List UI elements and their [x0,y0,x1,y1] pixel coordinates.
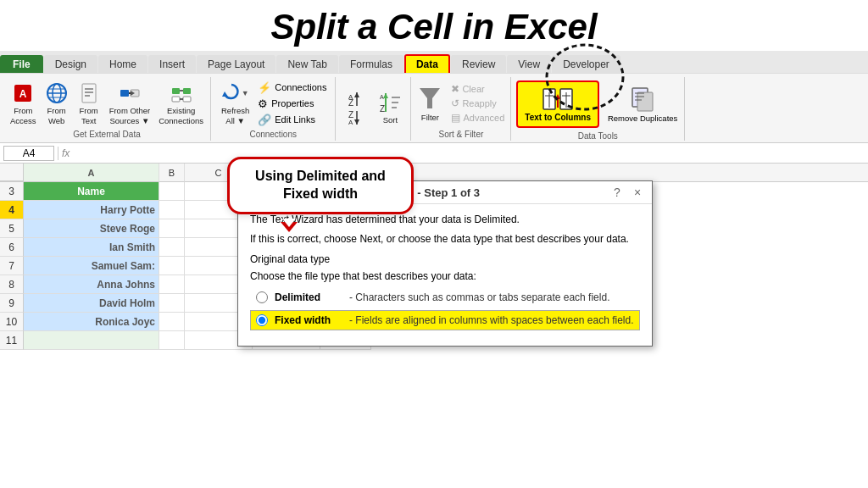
choose-label: Choose the file type that best describes… [250,270,640,282]
cell-a5[interactable]: Steve Roge [24,219,159,238]
sort-filter-group-label: Sort & Filter [438,130,483,139]
cell-a9[interactable]: David Holm [24,294,159,313]
web-icon [45,81,69,105]
cell-reference-input[interactable] [3,146,54,161]
svg-marker-29 [354,119,359,125]
svg-text:A: A [19,88,27,100]
cell-a6[interactable]: Ian Smith [24,238,159,257]
clear-icon: ✖ [451,83,459,95]
svg-rect-18 [183,97,191,102]
cell-a10[interactable]: Ronica Joyc [24,313,159,331]
formula-bar: fx [0,143,868,164]
tab-file[interactable]: File [0,55,43,73]
connections-item[interactable]: ⚡ Connections [256,80,328,95]
group-filter: Filter ✖ Clear ↺ Reapply ▤ Advanced [411,77,511,141]
from-text-button[interactable]: FromText [74,80,104,127]
svg-rect-15 [172,88,180,94]
cell-b11[interactable] [159,331,185,350]
dialog-title-bar: Convert Text to Columns Wizard - Step 1 … [238,181,652,204]
from-web-button[interactable]: FromWeb [42,80,72,127]
col-header-d[interactable]: D [253,164,320,182]
cell-b7[interactable] [159,257,185,275]
col-header-c[interactable]: C [185,164,253,182]
row-header-7: 7 [0,257,24,275]
delimited-radio[interactable] [256,291,268,303]
from-other-button[interactable]: From OtherSources ▼ [106,80,154,127]
svg-rect-47 [637,92,653,111]
svg-text:Z: Z [380,104,385,114]
cell-b4[interactable] [159,201,185,219]
text-to-columns-dialog[interactable]: Convert Text to Columns Wizard - Step 1 … [237,180,653,347]
orig-data-label: Original data type [250,253,640,265]
reapply-button[interactable]: ↺ Reapply [448,97,507,110]
tab-view[interactable]: View [507,55,551,73]
row-header-5: 5 [0,219,24,238]
tab-home[interactable]: Home [98,55,147,73]
sort-button[interactable]: A Z Sort [375,89,405,126]
cell-b10[interactable] [159,313,185,331]
refresh-all-label: RefreshAll ▼ [221,106,249,125]
fixed-width-radio[interactable] [256,314,268,326]
refresh-all-button[interactable]: ▼ RefreshAll ▼ [218,79,253,128]
edit-links-item[interactable]: 🔗 Edit Links [256,113,328,127]
col-header-e[interactable]: E [320,164,371,182]
text-to-columns-label: Text to Columns [525,113,591,123]
filter-button[interactable]: Filter [415,83,445,124]
connections-label: Connections [275,82,326,92]
data-tools-label: Data Tools [578,131,618,141]
formula-input[interactable] [73,147,865,159]
svg-marker-32 [383,93,388,98]
existing-conn-label: ExistingConnections [159,106,203,125]
tab-data[interactable]: Data [404,54,450,73]
tab-page-layout[interactable]: Page Layout [197,55,275,73]
tab-new-tab[interactable]: New Tab [276,55,337,73]
connections-list: ⚡ Connections ⚙ Properties 🔗 Edit Links [256,79,328,128]
cell-b5[interactable] [159,219,185,238]
svg-marker-25 [354,92,359,97]
ribbon-body: A FromAccess [0,73,868,142]
cell-b6[interactable] [159,238,185,257]
advanced-button[interactable]: ▤ Advanced [448,111,507,125]
remove-duplicates-button[interactable]: Remove Duplicates [604,84,681,125]
col-header-a[interactable]: A [24,164,159,182]
tab-formulas[interactable]: Formulas [339,55,403,73]
dialog-help-button[interactable]: ? [609,185,625,200]
cell-a8[interactable]: Anna Johns [24,275,159,294]
tab-insert[interactable]: Insert [148,55,196,73]
cell-a3[interactable]: Name [24,182,159,201]
text-to-columns-button[interactable]: Text to Columns [516,80,599,128]
reapply-label: Reapply [462,98,496,108]
dialog-orig-data-section: Original data type Choose the file type … [250,253,640,330]
dialog-body-text1: The Text Wizard has determined that your… [250,213,640,227]
clear-button[interactable]: ✖ Clear [448,82,507,96]
advanced-icon: ▤ [451,112,460,124]
cell-b9[interactable] [159,294,185,313]
row-header-8: 8 [0,275,24,294]
sort-ascending-button[interactable]: A Z [341,91,371,108]
from-access-button[interactable]: A FromAccess [7,80,40,127]
dialog-body-text2: If this is correct, choose Next, or choo… [250,232,640,247]
from-web-label: FromWeb [47,106,66,125]
cell-a11[interactable] [24,331,159,350]
cell-a4[interactable]: Harry Potte [24,201,159,219]
sort-label: Sort [383,115,398,125]
row-header-9: 9 [0,294,24,313]
properties-item[interactable]: ⚙ Properties [256,97,328,111]
text-file-icon [77,81,101,105]
cell-a7[interactable]: Samuel Sam: [24,257,159,275]
delimited-option[interactable]: Delimited - Characters such as commas or… [250,287,640,308]
tab-review[interactable]: Review [451,55,506,73]
cell-b3[interactable] [159,182,185,201]
sort-buttons: A Z Z A [341,79,405,137]
tab-design[interactable]: Design [44,55,97,73]
sort-descending-button[interactable]: Z A [341,109,371,126]
tab-developer[interactable]: Developer [552,55,620,73]
delimited-label: Delimited [275,291,342,303]
dialog-close-button[interactable]: × [630,185,645,200]
existing-connections-button[interactable]: ExistingConnections [155,80,207,127]
clear-label: Clear [462,84,484,94]
col-header-b[interactable]: B [159,164,185,182]
row-header-11: 11 [0,331,24,350]
cell-b8[interactable] [159,275,185,294]
fixed-width-option[interactable]: Fixed width - Fields are aligned in colu… [250,310,640,330]
